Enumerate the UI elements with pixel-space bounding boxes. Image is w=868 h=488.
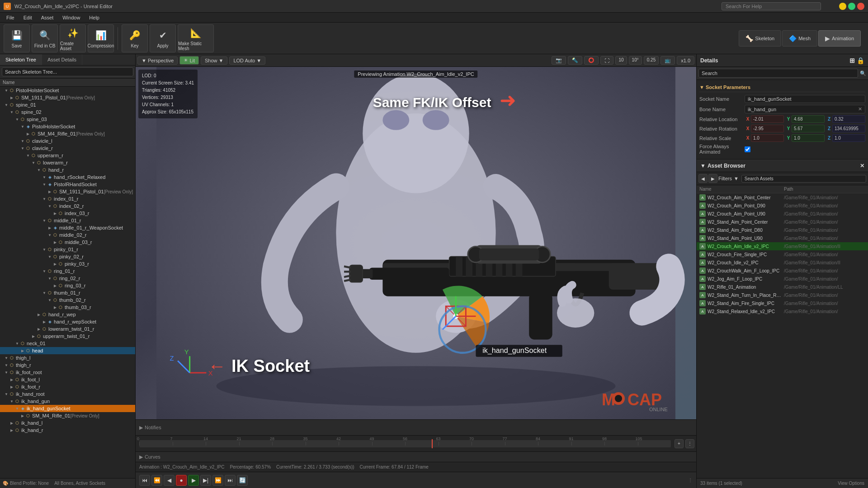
tree-expand-arrow-icon[interactable]: ▶ bbox=[52, 239, 58, 245]
tree-item[interactable]: ▶⬡middle_03_r bbox=[0, 239, 135, 246]
list-item[interactable]: AW2_Crouch_Aim_Point_Center/Game/Rifle_0… bbox=[697, 193, 868, 202]
timeline-options-btn[interactable]: ⋮ bbox=[685, 439, 694, 448]
prev-frame-button[interactable]: ⏪ bbox=[151, 475, 162, 486]
rotation-y-input[interactable]: Y bbox=[785, 125, 825, 132]
tree-expand-arrow-icon[interactable]: ▼ bbox=[14, 341, 20, 346]
bone-name-value[interactable]: ik_hand_gun ✕ bbox=[745, 105, 865, 113]
tree-item[interactable]: ▼⬡lowerarm_r bbox=[0, 159, 135, 166]
play-button[interactable]: ▶ bbox=[188, 475, 199, 486]
tree-expand-arrow-icon[interactable]: ▼ bbox=[14, 406, 20, 411]
tree-item[interactable]: ▼⬡clavicle_r bbox=[0, 145, 135, 152]
angle-snap-input[interactable]: 10° bbox=[629, 56, 642, 65]
lit-button[interactable]: ☀ Lit bbox=[179, 56, 199, 65]
tree-item[interactable]: ▼⬡hand_r bbox=[0, 166, 135, 174]
list-item[interactable]: AW2_Crouch_Aim_Point_U90/Game/Rifle_01/A… bbox=[697, 210, 868, 218]
tree-expand-arrow-icon[interactable]: ▶ bbox=[36, 326, 42, 332]
tree-item[interactable]: ▼⬡clavicle_l bbox=[0, 137, 135, 145]
tree-expand-arrow-icon[interactable]: ▶ bbox=[47, 225, 52, 230]
asset-details-tab[interactable]: Asset Details bbox=[42, 54, 82, 65]
go-end-button[interactable]: ⏭ bbox=[225, 475, 236, 486]
tree-expand-arrow-icon[interactable]: ▼ bbox=[47, 203, 52, 209]
tree-expand-arrow-icon[interactable]: ▶ bbox=[9, 420, 14, 426]
location-y-input[interactable]: Y bbox=[785, 115, 825, 123]
viewport-canvas[interactable]: ik_hand_gunSocket X Y Z LOD: 0 Current S… bbox=[136, 67, 696, 419]
tree-item[interactable]: ▶⬡head bbox=[0, 347, 135, 354]
tree-item[interactable]: ▼◈PistolHolsterSocket bbox=[0, 123, 135, 130]
tree-item[interactable]: ▶⬡pinky_03_r bbox=[0, 260, 135, 267]
tree-expand-arrow-icon[interactable]: ▶ bbox=[52, 261, 58, 267]
rotation-x-field[interactable] bbox=[751, 125, 784, 132]
tree-expand-arrow-icon[interactable]: ▼ bbox=[42, 182, 47, 187]
save-button[interactable]: 💾 Save bbox=[4, 24, 30, 52]
tree-item[interactable]: ▶⬡thumb_03_r bbox=[0, 304, 135, 311]
list-item[interactable]: AW2_Stand_Aim_Fire_Single_IPC/Game/Rifle… bbox=[697, 299, 868, 307]
tree-item[interactable]: ▼⬡pinky_01_r bbox=[0, 246, 135, 253]
ab-close-btn[interactable]: ✕ bbox=[860, 163, 864, 169]
tree-expand-arrow-icon[interactable]: ▶ bbox=[42, 319, 47, 324]
next-frame-button[interactable]: ⏩ bbox=[212, 475, 223, 486]
tree-expand-arrow-icon[interactable]: ▶ bbox=[9, 377, 14, 382]
tree-item[interactable]: ▼⬡spine_01 bbox=[0, 101, 135, 108]
tree-item[interactable]: ▶⬡upperarm_twist_01_r bbox=[0, 333, 135, 340]
scale-snap-input[interactable]: 0.25 bbox=[644, 56, 659, 65]
menu-file[interactable]: File bbox=[2, 15, 19, 20]
scale-x-input[interactable]: X bbox=[745, 134, 784, 142]
tree-expand-arrow-icon[interactable]: ▼ bbox=[4, 102, 9, 108]
skeleton-tree-tab[interactable]: Skeleton Tree bbox=[0, 54, 42, 65]
list-item[interactable]: AW2_Jog_Aim_F_Loop_IPC/Game/Rifle_01/Ani… bbox=[697, 275, 868, 283]
tree-expand-arrow-icon[interactable]: ▼ bbox=[42, 174, 47, 180]
list-item[interactable]: AW2_Stand_Relaxed_Idle_v2_IPC/Game/Rifle… bbox=[697, 307, 868, 315]
tree-item[interactable]: ▼◈hand_rSocket_Relaxed bbox=[0, 174, 135, 181]
tree-expand-arrow-icon[interactable]: ▶ bbox=[52, 305, 58, 310]
list-item[interactable]: AW2_Rifle_01_Animation/Game/Rifle_01/Ani… bbox=[697, 283, 868, 291]
force-always-checkbox[interactable] bbox=[745, 146, 750, 152]
tree-expand-arrow-icon[interactable]: ▼ bbox=[42, 290, 47, 296]
apply-button[interactable]: ✔ Apply bbox=[150, 24, 176, 52]
list-item[interactable]: AW2_Crouch_Aim_Idle_v2_IPC/Game/Rifle_01… bbox=[697, 242, 868, 250]
tree-expand-arrow-icon[interactable]: ▼ bbox=[47, 276, 52, 281]
details-lock-icon[interactable]: 🔒 bbox=[857, 57, 864, 64]
ab-asset-list[interactable]: AW2_Crouch_Aim_Point_Center/Game/Rifle_0… bbox=[697, 193, 868, 478]
tree-expand-arrow-icon[interactable]: ▼ bbox=[42, 196, 47, 202]
tree-item[interactable]: ▶⬡ik_foot_r bbox=[0, 383, 135, 390]
viewport-icon-btn-3[interactable]: ⭕ bbox=[584, 56, 599, 65]
list-item[interactable]: AW2_Stand_Aim_Point_Center/Game/Rifle_01… bbox=[697, 218, 868, 226]
bone-clear-icon[interactable]: ✕ bbox=[858, 106, 862, 112]
tree-item[interactable]: ▶◈middle_01_r_WeaponSocket bbox=[0, 224, 135, 231]
rotation-x-input[interactable]: X bbox=[745, 125, 784, 132]
ab-collapse-icon[interactable]: ▼ bbox=[700, 163, 706, 169]
perspective-button[interactable]: ▼ Perspective bbox=[137, 56, 178, 65]
tree-item[interactable]: ▼⬡ring_02_r bbox=[0, 275, 135, 282]
go-start-button[interactable]: ⏮ bbox=[139, 475, 150, 486]
tree-expand-arrow-icon[interactable]: ▶ bbox=[25, 131, 31, 136]
prev-step-button[interactable]: ◀ bbox=[164, 475, 175, 486]
list-item[interactable]: AW2_CrouchWalk_Aim_F_Loop_IPC/Game/Rifle… bbox=[697, 267, 868, 275]
menu-window[interactable]: Window bbox=[58, 15, 85, 20]
tree-expand-arrow-icon[interactable]: ▶ bbox=[9, 95, 14, 100]
socket-name-value[interactable]: ik_hand_gunSocket bbox=[745, 95, 865, 103]
list-item[interactable]: AW2_Crouch_Idle_v2_IPC/Game/Rifle_01/Ani… bbox=[697, 258, 868, 267]
menu-help[interactable]: Help bbox=[85, 15, 104, 20]
rotation-z-input[interactable]: Z bbox=[826, 125, 865, 132]
tab-mesh[interactable]: 🔷 Mesh bbox=[782, 30, 817, 47]
location-x-input[interactable]: X bbox=[745, 115, 784, 123]
tree-item[interactable]: ▶⬡ring_03_r bbox=[0, 282, 135, 289]
tree-expand-arrow-icon[interactable]: ▶ bbox=[52, 211, 58, 216]
rotation-y-field[interactable] bbox=[792, 125, 825, 132]
tree-item[interactable]: ▶⬡SM_M4_Rifle_01 [Preview Only] bbox=[0, 412, 135, 419]
maximize-button[interactable] bbox=[848, 3, 855, 10]
location-z-field[interactable] bbox=[832, 115, 865, 123]
tree-expand-arrow-icon[interactable]: ▼ bbox=[20, 138, 25, 144]
tree-expand-arrow-icon[interactable]: ▼ bbox=[42, 247, 47, 252]
tree-expand-arrow-icon[interactable]: ▶ bbox=[36, 312, 42, 317]
tree-item[interactable]: ▶⬡ik_hand_r bbox=[0, 427, 135, 434]
close-button[interactable] bbox=[857, 3, 864, 10]
viewport-icon-btn-1[interactable]: 📷 bbox=[552, 56, 566, 65]
list-item[interactable]: AW2_Stand_Aim_Turn_In_Place_R_L.../Game/… bbox=[697, 291, 868, 299]
tree-item[interactable]: ▼⬡index_01_r bbox=[0, 195, 135, 202]
list-item[interactable]: AW2_Crouch_Fire_Single_IPC/Game/Rifle_01… bbox=[697, 250, 868, 258]
tree-expand-arrow-icon[interactable]: ▶ bbox=[9, 384, 14, 389]
tree-item[interactable]: ▼⬡neck_01 bbox=[0, 340, 135, 347]
tree-expand-arrow-icon[interactable]: ▼ bbox=[47, 254, 52, 259]
tree-item[interactable]: ▼◈PistolRHandSocket bbox=[0, 181, 135, 188]
